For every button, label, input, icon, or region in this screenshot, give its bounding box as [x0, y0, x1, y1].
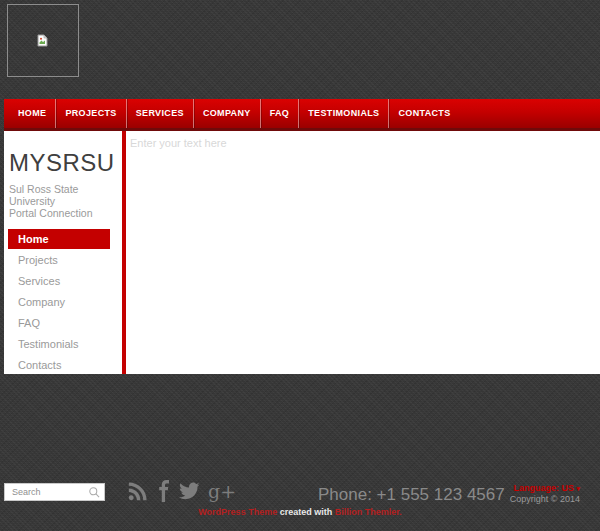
sidebar-menu-item[interactable]: Testimonials — [8, 334, 110, 354]
site-subtitle-line1: Sul Ross State University — [9, 183, 122, 207]
content-panel: MYSRSU Sul Ross State University Portal … — [4, 131, 600, 374]
sidebar-menu-item[interactable]: Contacts — [8, 355, 110, 375]
chevron-down-icon: ▾ — [576, 485, 580, 492]
nav-item[interactable]: CONTACTS — [388, 99, 459, 128]
main-content-area[interactable]: Enter your text here — [126, 131, 600, 374]
site-title: MYSRSU — [9, 150, 122, 176]
nav-item[interactable]: HOME — [9, 99, 55, 128]
copyright-text: Copyright © 2014 — [510, 494, 580, 504]
site-subtitle-line2: Portal Connection — [9, 207, 122, 219]
credit-middle-text: created with — [280, 507, 333, 517]
sidebar-menu-item[interactable]: Company — [8, 292, 110, 312]
credit-link-wordpress[interactable]: WordPress Theme — [198, 507, 277, 517]
credit-line: WordPress Theme created with Billion The… — [0, 507, 600, 517]
nav-item[interactable]: COMPANY — [193, 99, 260, 128]
language-selector[interactable]: Language: US ▾ — [513, 483, 580, 493]
search-button[interactable] — [88, 484, 104, 500]
sidebar-menu-item[interactable]: Home — [8, 229, 110, 249]
site-header — [0, 0, 600, 99]
text-placeholder[interactable]: Enter your text here — [130, 137, 600, 149]
phone-number: Phone: +1 555 123 4567 — [318, 485, 505, 505]
nav-item[interactable]: PROJECTS — [55, 99, 125, 128]
sidebar-menu-item[interactable]: FAQ — [8, 313, 110, 333]
site-subtitle: Sul Ross State University Portal Connect… — [9, 183, 122, 219]
sidebar: MYSRSU Sul Ross State University Portal … — [4, 131, 122, 374]
nav-item[interactable]: TESTIMONIALS — [298, 99, 388, 128]
broken-image-icon — [37, 34, 48, 47]
facebook-icon[interactable] — [157, 480, 170, 502]
twitter-icon[interactable] — [178, 482, 200, 501]
logo-placeholder[interactable] — [7, 4, 79, 77]
rss-icon[interactable] — [127, 480, 149, 502]
search-input[interactable] — [5, 487, 88, 497]
main-nav: HOME PROJECTS SERVICES COMPANY FAQ TESTI… — [4, 99, 600, 131]
nav-item[interactable]: SERVICES — [126, 99, 193, 128]
google-plus-icon[interactable]: g+ — [208, 480, 236, 502]
sidebar-menu: Home Projects Services Company FAQ Testi… — [4, 229, 122, 375]
sidebar-menu-item[interactable]: Projects — [8, 250, 110, 270]
search-box — [4, 483, 105, 501]
search-icon — [88, 486, 101, 499]
language-label: Language: US — [513, 483, 574, 493]
social-links: g+ — [127, 480, 236, 502]
credit-link-themler[interactable]: Billion Themler. — [335, 507, 402, 517]
sidebar-menu-item[interactable]: Services — [8, 271, 110, 291]
nav-item[interactable]: FAQ — [260, 99, 299, 128]
